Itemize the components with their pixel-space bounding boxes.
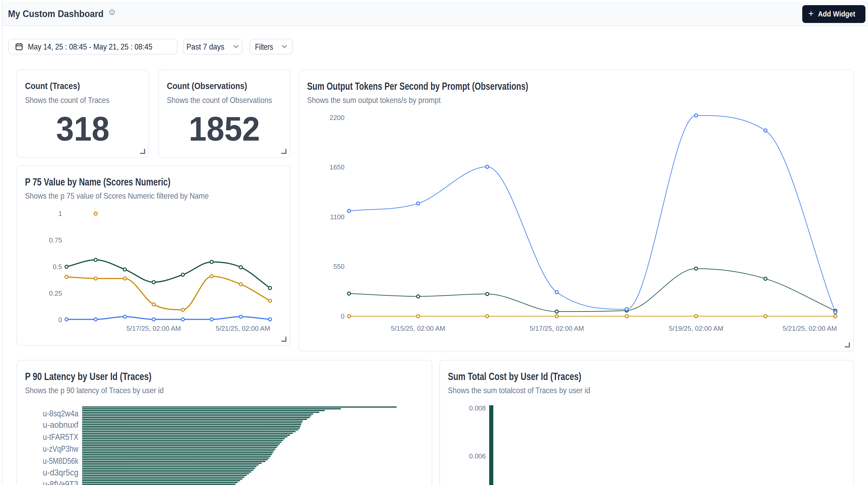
svg-text:5/21/25, 02:00 AM: 5/21/25, 02:00 AM bbox=[783, 325, 837, 332]
svg-text:0.75: 0.75 bbox=[49, 236, 62, 244]
svg-text:0.5: 0.5 bbox=[53, 263, 62, 271]
svg-text:0.006: 0.006 bbox=[469, 452, 486, 460]
svg-text:5/21/25, 02:00 AM: 5/21/25, 02:00 AM bbox=[216, 325, 270, 332]
svg-text:u-zVqP3hw: u-zVqP3hw bbox=[43, 444, 79, 454]
svg-text:5/19/25, 02:00 AM: 5/19/25, 02:00 AM bbox=[669, 325, 723, 332]
svg-text:0.008: 0.008 bbox=[469, 404, 486, 412]
svg-text:0: 0 bbox=[58, 316, 62, 324]
svg-text:0: 0 bbox=[341, 312, 344, 320]
svg-text:5/15/25, 02:00 AM: 5/15/25, 02:00 AM bbox=[391, 325, 445, 332]
svg-text:0.25: 0.25 bbox=[49, 290, 62, 297]
svg-text:1650: 1650 bbox=[330, 163, 344, 171]
svg-text:u-tFAR5TX: u-tFAR5TX bbox=[43, 432, 79, 442]
svg-text:1100: 1100 bbox=[330, 213, 344, 221]
svg-text:u-aobnuxf: u-aobnuxf bbox=[43, 420, 79, 429]
svg-text:5/17/25, 02:00 AM: 5/17/25, 02:00 AM bbox=[530, 325, 584, 332]
svg-text:5/17/25, 02:00 AM: 5/17/25, 02:00 AM bbox=[126, 325, 181, 332]
svg-text:u-d3qr5cg: u-d3qr5cg bbox=[43, 468, 79, 477]
svg-text:u-8fVa9T3: u-8fVa9T3 bbox=[43, 479, 79, 485]
svg-text:2200: 2200 bbox=[330, 114, 344, 122]
svg-text:u-5M8D56k: u-5M8D56k bbox=[43, 456, 79, 466]
svg-text:550: 550 bbox=[333, 263, 344, 270]
svg-text:1: 1 bbox=[58, 210, 62, 217]
svg-text:u-8sq2w4a: u-8sq2w4a bbox=[43, 408, 79, 418]
